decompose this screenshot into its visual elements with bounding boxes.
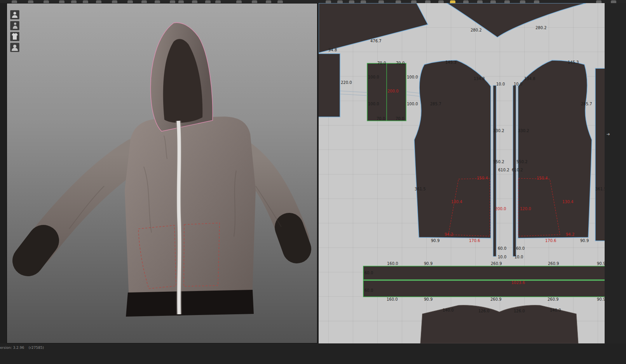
measurement-label: 134.8	[524, 77, 535, 81]
measurement-label: 330.2	[518, 129, 529, 133]
zipper[interactable]	[178, 121, 180, 314]
measurement-label: 130.4	[451, 200, 462, 204]
measurement-label: 145.3	[568, 60, 579, 64]
measurement-label: 610.2	[498, 168, 509, 172]
toolbar-icon[interactable]	[215, 0, 221, 3]
pattern-piece-hood-left[interactable]	[319, 3, 428, 53]
toolbar-icon[interactable]	[127, 0, 133, 3]
pattern-piece-front-left[interactable]	[414, 60, 491, 238]
pattern-piece-pocket[interactable]	[367, 63, 406, 121]
measurement-label: 90.9	[580, 239, 589, 243]
toolbar-icon[interactable]	[438, 0, 444, 3]
toolbar-icon[interactable]	[411, 0, 417, 3]
avatar-icon	[10, 10, 19, 19]
measurement-label: 160.0	[387, 297, 398, 301]
measurement-label: 361.5	[415, 187, 426, 191]
toolbar-icon[interactable]	[205, 0, 211, 3]
toolbar-icon[interactable]	[96, 0, 101, 3]
toolbar-icon[interactable]	[59, 0, 65, 3]
toolbar-icon[interactable]	[112, 0, 117, 3]
measurement-label: 260.9	[548, 261, 559, 266]
toolbar-icon[interactable]	[266, 0, 271, 3]
measurement-label: 280.2	[535, 26, 547, 30]
toolbar-icon[interactable]	[71, 0, 77, 3]
measurement-label: 150.4	[477, 176, 488, 180]
avatar-bust-icon	[10, 43, 19, 52]
toolbar-icon[interactable]	[170, 0, 175, 3]
pattern-piece-placket-left[interactable]	[493, 85, 496, 256]
toolbar-icon[interactable]	[277, 0, 283, 3]
toolbar-icon[interactable]	[596, 0, 602, 3]
measurement-label: 90.9	[597, 297, 605, 301]
measurement-label: 285.7	[430, 102, 441, 106]
hoodie-3d-render[interactable]	[7, 3, 317, 343]
toolbar-icon[interactable]	[326, 0, 331, 3]
toolbar-icon[interactable]	[28, 0, 33, 3]
measurement-label: 10.0	[498, 255, 506, 259]
toolbar-icon[interactable]	[477, 0, 483, 3]
viewport-3d[interactable]	[7, 3, 317, 343]
pattern-piece-front-right[interactable]	[518, 60, 592, 238]
garment-icon	[10, 32, 19, 41]
toolbar-icon[interactable]	[378, 0, 384, 3]
measurement-label: 10.0	[514, 82, 522, 86]
measurement-label: 70.0	[377, 117, 385, 121]
avatar-pose-button[interactable]	[10, 21, 19, 30]
toolbar-icon[interactable]	[611, 0, 616, 3]
measurement-label: 260.9	[548, 297, 559, 301]
measurement-label: 90.9	[424, 261, 432, 266]
pattern-piece-front-right-mirror[interactable]	[595, 68, 605, 241]
toolbar-icon[interactable]	[490, 0, 496, 3]
toolbar-icon[interactable]	[425, 0, 431, 3]
pattern-piece-hood-back[interactable]	[447, 3, 586, 37]
toolbar-icon[interactable]	[192, 0, 197, 3]
measurement-label: 100.0	[407, 102, 418, 106]
toolbar-icon[interactable]	[396, 0, 401, 3]
status-bar: ersion: 3.2.96 (r27585)	[0, 343, 626, 364]
toolbar-icon[interactable]	[141, 0, 147, 3]
toolbar-icon[interactable]	[252, 0, 257, 3]
toolbar-icon[interactable]	[534, 0, 539, 3]
hoodie-left-cuff[interactable]	[28, 240, 44, 261]
measurement-label: 100.0	[407, 75, 418, 79]
measurement-label: 280.2	[471, 28, 482, 32]
measurement-label: 285.7	[581, 102, 592, 106]
toolbar-icon[interactable]	[361, 0, 366, 3]
toolbar-icon[interactable]	[44, 0, 49, 3]
toolbar-icon[interactable]	[337, 0, 343, 3]
toolbar-icon[interactable]	[155, 0, 160, 3]
measurement-label: 94.2	[566, 232, 574, 237]
measurement-label: 170.6	[545, 239, 556, 243]
show-avatar-button[interactable]	[10, 10, 19, 19]
viewport-2d-pattern[interactable]: 280.2280.2476.794.870.070.0145.3145.3100…	[319, 3, 605, 343]
measurement-label: 220.0	[341, 80, 352, 85]
toolbar-icon[interactable]	[12, 0, 17, 3]
measurement-label: 145.3	[445, 60, 457, 64]
hoodie-right-cuff[interactable]	[289, 227, 297, 249]
show-garment-button[interactable]	[10, 32, 19, 41]
measurement-label: 150.4	[537, 176, 548, 180]
avatar-bust-button[interactable]	[10, 43, 19, 52]
toolbar-icon[interactable]	[504, 0, 510, 3]
measurement-label: 126.0	[514, 309, 525, 313]
measurement-label: 90.9	[424, 297, 432, 301]
expand-panel-arrow-icon[interactable]: ➜	[605, 131, 611, 138]
toolbar-icon[interactable]	[349, 0, 354, 3]
hoodie-hem-band[interactable]	[126, 290, 254, 317]
right-panel-strip: ➜	[605, 3, 626, 343]
measurement-label: 260.9	[490, 297, 502, 301]
pattern-piece-hem-strips[interactable]	[363, 266, 605, 297]
avatar-pose-icon	[10, 21, 19, 30]
measurement-label: 60.0	[364, 288, 373, 293]
toolbar-icon[interactable]	[236, 0, 242, 3]
toolbar-icon[interactable]	[83, 0, 88, 3]
toolbar-icon[interactable]	[178, 0, 184, 3]
pattern-piece-side-strip[interactable]	[319, 54, 340, 117]
toolbar-icon[interactable]	[450, 0, 455, 3]
toolbar-icon[interactable]	[520, 0, 525, 3]
measurement-label: 100.0	[368, 102, 379, 106]
measurement-label: 10.0	[514, 255, 523, 259]
measurement-label: 60.0	[498, 246, 506, 251]
measurement-label: 140.0	[550, 308, 561, 312]
toolbar-icon[interactable]	[463, 0, 469, 3]
